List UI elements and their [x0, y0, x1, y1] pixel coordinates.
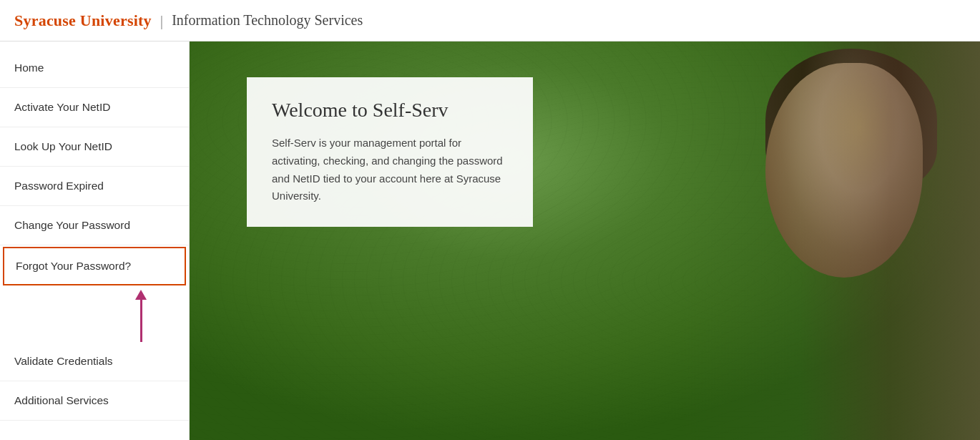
university-name: Syracuse University — [14, 11, 152, 30]
welcome-box: Welcome to Self-Serv Self-Serv is your m… — [247, 77, 533, 227]
content-area: Welcome to Self-Serv Self-Serv is your m… — [190, 41, 980, 440]
sidebar-item-additional-services[interactable]: Additional Services — [0, 381, 189, 421]
sidebar-item-change-password[interactable]: Change Your Password — [0, 206, 189, 245]
sidebar: Home Activate Your NetID Look Up Your Ne… — [0, 41, 190, 440]
arrow-line — [140, 299, 142, 342]
sidebar-item-home[interactable]: Home — [0, 49, 189, 88]
welcome-body: Self-Serv is your management portal for … — [272, 135, 508, 205]
sidebar-item-forgot-password[interactable]: Forgot Your Password? — [3, 247, 186, 285]
annotation-arrow — [0, 287, 189, 342]
header-divider: | — [160, 11, 163, 30]
header: Syracuse University | Information Techno… — [0, 0, 980, 41]
main-layout: Home Activate Your NetID Look Up Your Ne… — [0, 41, 980, 440]
sidebar-item-password-expired[interactable]: Password Expired — [0, 167, 189, 206]
arrow-head — [135, 290, 147, 300]
dept-name: Information Technology Services — [172, 12, 363, 29]
welcome-title: Welcome to Self-Serv — [272, 99, 508, 122]
sidebar-item-validate-credentials[interactable]: Validate Credentials — [0, 342, 189, 381]
person-overlay — [680, 41, 980, 440]
sidebar-item-lookup-netid[interactable]: Look Up Your NetID — [0, 127, 189, 167]
sidebar-item-activate-netid[interactable]: Activate Your NetID — [0, 88, 189, 127]
